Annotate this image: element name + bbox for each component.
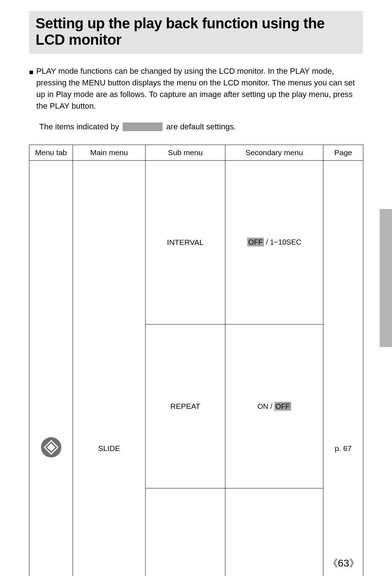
sub-menu-cell: REPEAT — [146, 324, 225, 488]
secondary-menu-cell: CANCEL / EFFECT1, 2, 3, 4 — [225, 488, 323, 576]
menu-table: Menu tab Main menu Sub menu Secondary me… — [29, 145, 363, 576]
main-menu-cell: SLIDE — [73, 160, 146, 576]
secondary-menu-cell: ON / OFF — [225, 324, 323, 488]
sub-menu-cell: INTERVAL — [146, 160, 225, 324]
default-highlight-swatch — [123, 122, 163, 131]
manual-page: Setting up the play back function using … — [0, 11, 392, 576]
default-settings-note: The items indicated by are default setti… — [39, 122, 363, 132]
page-ref-cell: p. 67 — [323, 160, 363, 576]
default-note-post: are default settings. — [166, 122, 236, 132]
page-number: 《63》 — [328, 556, 359, 570]
th-menu-tab: Menu tab — [29, 145, 73, 160]
slide-icon — [40, 436, 62, 458]
th-secondary: Secondary menu — [225, 145, 323, 160]
menu-tab-cell — [29, 160, 73, 576]
th-page: Page — [323, 145, 363, 160]
intro-text: PLAY mode functions can be changed by us… — [36, 65, 363, 112]
table-header-row: Menu tab Main menu Sub menu Secondary me… — [29, 145, 363, 160]
th-sub-menu: Sub menu — [146, 145, 225, 160]
intro-block: ■ PLAY mode functions can be changed by … — [29, 65, 363, 112]
section-side-tab — [380, 209, 392, 347]
sub-menu-cell: EFFECT — [146, 488, 225, 576]
title-bar: Setting up the play back function using … — [29, 11, 363, 54]
page-number-value: 63 — [338, 557, 349, 569]
default-note-pre: The items indicated by — [39, 122, 119, 132]
bullet-square-icon: ■ — [29, 67, 33, 112]
page-title: Setting up the play back function using … — [36, 15, 356, 48]
table-row: SLIDEINTERVALOFF / 1~10SECp. 67 — [29, 160, 363, 324]
secondary-menu-cell: OFF / 1~10SEC — [225, 160, 323, 324]
th-main-menu: Main menu — [73, 145, 146, 160]
